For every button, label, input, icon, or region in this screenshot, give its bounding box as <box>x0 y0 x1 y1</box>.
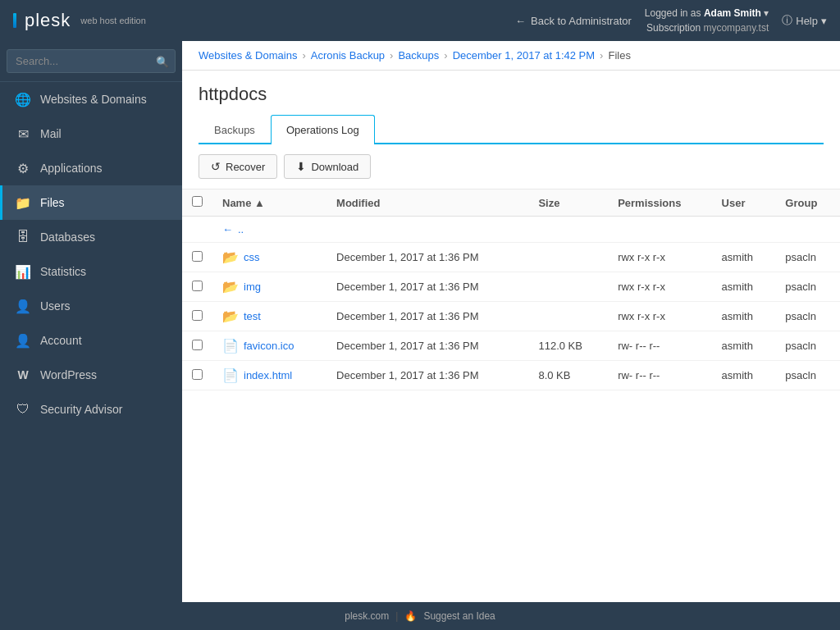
row-favicon-size: 112.0 KB <box>528 331 608 361</box>
security-advisor-label: Security Advisor <box>40 403 122 416</box>
help-label: Help <box>796 15 818 27</box>
select-all-checkbox[interactable] <box>192 196 203 207</box>
file-icon: 📄 <box>222 368 239 383</box>
users-label: Users <box>40 299 71 313</box>
file-icon: 📄 <box>222 338 239 354</box>
sidebar-item-websites-domains[interactable]: 🌐 Websites & Domains <box>0 82 182 116</box>
plesk-logo: plesk web host edition <box>13 10 146 31</box>
download-button[interactable]: ⬇ Download <box>284 154 371 179</box>
col-name[interactable]: Name ▲ <box>212 189 326 217</box>
websites-domains-icon: 🌐 <box>16 92 30 107</box>
row-test-name-cell: 📂 test <box>212 302 326 331</box>
plesk-link[interactable]: plesk.com <box>345 610 389 622</box>
sidebar-item-applications[interactable]: ⚙ Applications <box>0 151 182 185</box>
row-test-link[interactable]: test <box>244 310 261 322</box>
mail-icon: ✉ <box>16 126 30 141</box>
breadcrumb-backups[interactable]: Backups <box>398 49 439 62</box>
content-area: Websites & Domains › Acronis Backup › Ba… <box>182 41 840 602</box>
row-css-modified: December 1, 2017 at 1:36 PM <box>326 243 528 272</box>
row-favicon-link[interactable]: favicon.ico <box>244 340 294 352</box>
top-header: plesk web host edition ← Back to Adminis… <box>0 0 840 41</box>
table-row: 📄 index.html December 1, 2017 at 1:36 PM… <box>182 361 840 390</box>
row-favicon-checkbox[interactable] <box>192 340 203 350</box>
breadcrumb: Websites & Domains › Acronis Backup › Ba… <box>182 41 840 71</box>
back-to-admin[interactable]: ← Back to Administrator <box>515 15 632 27</box>
row-favicon-checkbox-cell <box>182 331 212 361</box>
row-img-checkbox[interactable] <box>192 281 203 291</box>
sidebar-item-statistics[interactable]: 📊 Statistics <box>0 254 182 289</box>
back-link[interactable]: ← .. <box>222 223 830 235</box>
col-size: Size <box>528 189 608 217</box>
sidebar-item-users[interactable]: 👤 Users <box>0 289 182 323</box>
download-icon: ⬇ <box>296 160 306 173</box>
row-css-group: psacln <box>775 243 840 272</box>
logged-in-label: Logged in as <box>645 7 701 19</box>
back-label: .. <box>238 223 244 235</box>
breadcrumb-sep-2: › <box>390 49 393 62</box>
row-css-checkbox-cell <box>182 243 212 272</box>
suggest-idea-link[interactable]: Suggest an Idea <box>423 610 495 622</box>
row-index-name-cell: 📄 index.html <box>212 361 326 390</box>
recover-icon: ↺ <box>211 160 221 173</box>
row-index-link[interactable]: index.html <box>244 369 292 381</box>
breadcrumb-websites-domains[interactable]: Websites & Domains <box>199 49 297 62</box>
help-circle-icon: ⓘ <box>782 13 792 28</box>
account-label: Account <box>40 334 82 347</box>
databases-icon: 🗄 <box>16 230 30 244</box>
row-img-link[interactable]: img <box>244 281 261 293</box>
row-css-permissions: rwx r-x r-x <box>608 243 711 272</box>
mail-label: Mail <box>40 127 62 140</box>
help-button[interactable]: ⓘ Help ▾ <box>782 13 827 28</box>
recover-label: Recover <box>226 161 265 173</box>
sidebar-item-databases[interactable]: 🗄 Databases <box>0 220 182 254</box>
table-row: 📂 test December 1, 2017 at 1:36 PM rwx r… <box>182 302 840 331</box>
flame-icon: 🔥 <box>404 610 417 622</box>
download-label: Download <box>311 161 358 173</box>
row-css-link[interactable]: css <box>244 251 260 263</box>
sidebar-item-mail[interactable]: ✉ Mail <box>0 116 182 151</box>
row-index-size: 8.0 KB <box>528 361 608 390</box>
search-icon[interactable]: 🔍 <box>156 55 169 67</box>
security-advisor-icon: 🛡 <box>16 402 30 417</box>
back-row-checkbox-cell <box>182 217 212 243</box>
sidebar-item-account[interactable]: 👤 Account <box>0 323 182 358</box>
row-css-size <box>528 243 608 272</box>
row-favicon-name-cell: 📄 favicon.ico <box>212 331 326 361</box>
search-box: 🔍 <box>0 41 182 82</box>
row-test-group: psacln <box>775 302 840 331</box>
websites-domains-label: Websites & Domains <box>40 93 147 106</box>
subscription-value[interactable]: mycompany.tst <box>703 22 769 34</box>
sidebar-item-security-advisor[interactable]: 🛡 Security Advisor <box>0 392 182 427</box>
back-arrow-icon: ← <box>222 223 233 235</box>
breadcrumb-sep-3: › <box>444 49 447 62</box>
search-input[interactable] <box>7 49 176 73</box>
tab-operations-log[interactable]: Operations Log <box>271 115 375 144</box>
page-title: httpdocs <box>199 84 824 105</box>
tab-backups[interactable]: Backups <box>199 115 271 144</box>
row-img-checkbox-cell <box>182 272 212 302</box>
row-favicon-user: asmith <box>712 331 776 361</box>
row-test-size <box>528 302 608 331</box>
subscription-label: Subscription <box>646 22 701 34</box>
sidebar-item-files[interactable]: 📁 Files <box>0 185 182 220</box>
row-img-name-cell: 📂 img <box>212 272 326 302</box>
wordpress-label: WordPress <box>40 368 97 381</box>
sidebar-item-wordpress[interactable]: W WordPress <box>0 358 182 392</box>
col-checkbox <box>182 189 212 217</box>
breadcrumb-acronis-backup[interactable]: Acronis Backup <box>311 49 385 62</box>
back-arrow-icon: ← <box>515 15 526 27</box>
row-index-checkbox[interactable] <box>192 369 203 380</box>
row-test-checkbox[interactable] <box>192 310 203 321</box>
row-img-user: asmith <box>712 272 776 302</box>
table-row: 📂 img December 1, 2017 at 1:36 PM rwx r-… <box>182 272 840 302</box>
row-test-checkbox-cell <box>182 302 212 331</box>
recover-button[interactable]: ↺ Recover <box>199 154 277 179</box>
row-css-checkbox[interactable] <box>192 251 203 262</box>
dropdown-arrow-icon[interactable]: ▾ <box>764 7 769 19</box>
files-label: Files <box>40 196 65 209</box>
row-index-checkbox-cell <box>182 361 212 390</box>
row-test-user: asmith <box>712 302 776 331</box>
users-icon: 👤 <box>16 299 30 313</box>
row-test-permissions: rwx r-x r-x <box>608 302 711 331</box>
breadcrumb-date[interactable]: December 1, 2017 at 1:42 PM <box>453 49 595 62</box>
